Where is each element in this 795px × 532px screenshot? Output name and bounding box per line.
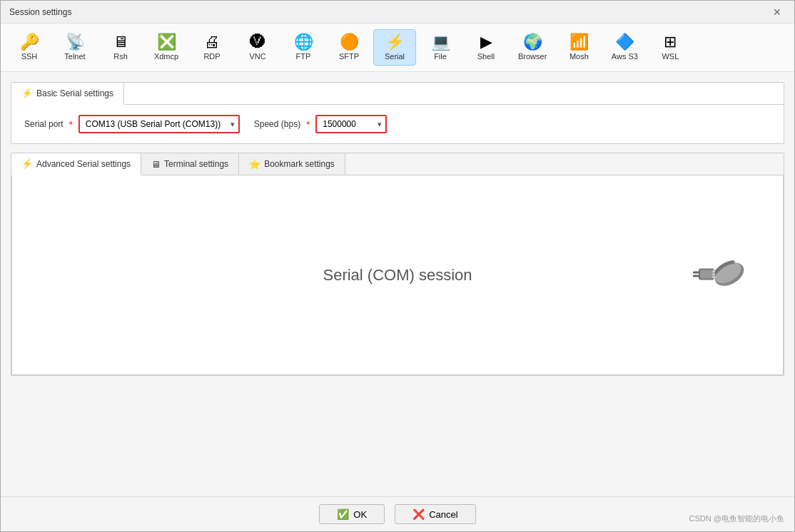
ftp-toolbar-label: FTP	[296, 52, 311, 61]
basic-settings-content: Serial port * COM13 (USB Serial Port (CO…	[11, 105, 784, 143]
basic-tab-header: ⚡ Basic Serial settings	[11, 83, 784, 105]
shell-toolbar-icon: ▶	[480, 34, 492, 50]
rsh-toolbar-label: Rsh	[113, 52, 128, 61]
serial-port-group: Serial port * COM13 (USB Serial Port (CO…	[24, 115, 240, 133]
telnet-toolbar-label: Telnet	[64, 52, 85, 61]
svg-rect-3	[700, 270, 713, 278]
browser-toolbar-icon: 🌍	[523, 34, 542, 50]
toolbar-item-ssh[interactable]: 🔑 SSH	[8, 29, 51, 66]
tab-advanced[interactable]: ⚡ Advanced Serial settings	[11, 153, 141, 175]
toolbar-item-awss3[interactable]: 🔷 Aws S3	[603, 29, 646, 66]
basic-serial-tab-label: Basic Serial settings	[36, 88, 113, 98]
sftp-toolbar-icon: 🟠	[340, 34, 359, 50]
terminal-tab-label: Terminal settings	[164, 159, 228, 169]
browser-toolbar-label: Browser	[518, 52, 547, 61]
advanced-tab-label: Advanced Serial settings	[36, 159, 131, 169]
main-content: ⚡ Basic Serial settings Serial port * CO…	[1, 72, 794, 496]
close-button[interactable]: ✕	[769, 5, 786, 19]
ok-label: OK	[353, 509, 367, 520]
toolbar-item-serial[interactable]: ⚡ Serial	[373, 29, 416, 66]
rsh-toolbar-icon: 🖥	[113, 34, 128, 50]
file-toolbar-icon: 💻	[431, 34, 450, 50]
serial-toolbar-icon: ⚡	[385, 34, 405, 50]
terminal-tab-icon: 🖥	[151, 159, 161, 170]
serial-port-select[interactable]: COM13 (USB Serial Port (COM13))COM1COM2C…	[79, 115, 240, 133]
awss3-toolbar-icon: 🔷	[615, 34, 634, 50]
basic-form-row: Serial port * COM13 (USB Serial Port (CO…	[24, 115, 771, 133]
advanced-section: ⚡ Advanced Serial settings 🖥 Terminal se…	[11, 153, 784, 489]
toolbar-item-ftp[interactable]: 🌐 FTP	[282, 29, 325, 66]
svg-rect-4	[693, 271, 700, 273]
watermark: CSDN @电鱼智能的电小鱼	[689, 513, 784, 524]
basic-serial-tab[interactable]: ⚡ Basic Serial settings	[11, 83, 124, 105]
speed-select[interactable]: 15000009600192003840057600115200	[315, 115, 387, 133]
file-toolbar-label: File	[434, 52, 447, 61]
ssh-toolbar-label: SSH	[21, 52, 38, 61]
serial-toolbar-label: Serial	[385, 52, 405, 61]
svg-point-7	[712, 272, 715, 275]
serial-port-required: *	[69, 119, 73, 130]
advanced-tab-area: ⚡ Advanced Serial settings 🖥 Terminal se…	[11, 153, 784, 376]
serial-plug-icon	[690, 249, 747, 301]
serial-session-label: Serial (COM) session	[323, 266, 472, 285]
speed-required: *	[306, 119, 310, 130]
toolbar-item-file[interactable]: 💻 File	[419, 29, 462, 66]
ssh-toolbar-icon: 🔑	[20, 34, 39, 50]
bookmark-tab-icon: ⭐	[249, 159, 260, 170]
mosh-toolbar-label: Mosh	[569, 52, 589, 61]
awss3-toolbar-label: Aws S3	[612, 52, 638, 61]
toolbar-item-mosh[interactable]: 📶 Mosh	[557, 29, 600, 66]
basic-serial-tab-icon: ⚡	[21, 88, 33, 98]
speed-label: Speed (bps)	[254, 119, 300, 129]
serial-port-select-wrapper: COM13 (USB Serial Port (COM13))COM1COM2C…	[79, 115, 240, 133]
xdmcp-toolbar-label: Xdmcp	[154, 52, 178, 61]
cancel-icon: ❌	[412, 508, 425, 520]
basic-settings-section: ⚡ Basic Serial settings Serial port * CO…	[11, 82, 784, 144]
serial-port-label: Serial port	[24, 119, 64, 129]
bottom-bar: ✅ OK ❌ Cancel	[1, 496, 794, 531]
sftp-toolbar-label: SFTP	[339, 52, 359, 61]
rdp-toolbar-icon: 🖨	[204, 34, 220, 50]
toolbar-item-rdp[interactable]: 🖨 RDP	[191, 29, 233, 66]
toolbar-item-rsh[interactable]: 🖥 Rsh	[99, 29, 142, 66]
tab-terminal[interactable]: 🖥 Terminal settings	[141, 153, 239, 175]
advanced-tab-header: ⚡ Advanced Serial settings 🖥 Terminal se…	[11, 153, 784, 175]
window-title: Session settings	[9, 7, 71, 17]
bookmark-tab-label: Bookmark settings	[264, 159, 335, 169]
vnc-toolbar-label: VNC	[249, 52, 265, 61]
toolbar-item-vnc[interactable]: 🅥 VNC	[236, 29, 279, 66]
ok-button[interactable]: ✅ OK	[319, 504, 385, 524]
svg-point-8	[712, 275, 715, 278]
svg-point-6	[712, 270, 715, 272]
speed-select-wrapper: 15000009600192003840057600115200	[315, 115, 387, 133]
tab-bookmark[interactable]: ⭐ Bookmark settings	[239, 153, 345, 175]
toolbar-item-telnet[interactable]: 📡 Telnet	[54, 29, 96, 66]
shell-toolbar-label: Shell	[477, 52, 495, 61]
advanced-tab-icon: ⚡	[21, 158, 33, 169]
telnet-toolbar-icon: 📡	[66, 34, 85, 50]
ok-icon: ✅	[337, 508, 349, 520]
toolbar-item-shell[interactable]: ▶ Shell	[465, 29, 507, 66]
ftp-toolbar-icon: 🌐	[294, 34, 313, 50]
toolbar-item-sftp[interactable]: 🟠 SFTP	[328, 29, 370, 66]
vnc-toolbar-icon: 🅥	[250, 34, 265, 50]
toolbar-item-browser[interactable]: 🌍 Browser	[510, 29, 555, 66]
title-bar: Session settings ✕	[1, 1, 794, 24]
toolbar-item-xdmcp[interactable]: ❎ Xdmcp	[145, 29, 188, 66]
svg-rect-5	[693, 275, 700, 277]
cancel-label: Cancel	[429, 509, 457, 520]
cancel-button[interactable]: ❌ Cancel	[395, 504, 475, 524]
toolbar: 🔑 SSH 📡 Telnet 🖥 Rsh ❎ Xdmcp 🖨 RDP 🅥 VNC…	[1, 24, 794, 72]
toolbar-item-wsl[interactable]: ⊞ WSL	[649, 29, 692, 66]
speed-group: Speed (bps) * 15000009600192003840057600…	[254, 115, 387, 133]
mosh-toolbar-icon: 📶	[569, 34, 589, 50]
session-settings-window: Session settings ✕ 🔑 SSH 📡 Telnet 🖥 Rsh …	[0, 0, 795, 532]
rdp-toolbar-label: RDP	[203, 52, 220, 61]
wsl-toolbar-icon: ⊞	[664, 34, 677, 50]
wsl-toolbar-label: WSL	[662, 52, 679, 61]
advanced-content: Serial (COM) session	[11, 175, 784, 375]
xdmcp-toolbar-icon: ❎	[157, 34, 176, 50]
